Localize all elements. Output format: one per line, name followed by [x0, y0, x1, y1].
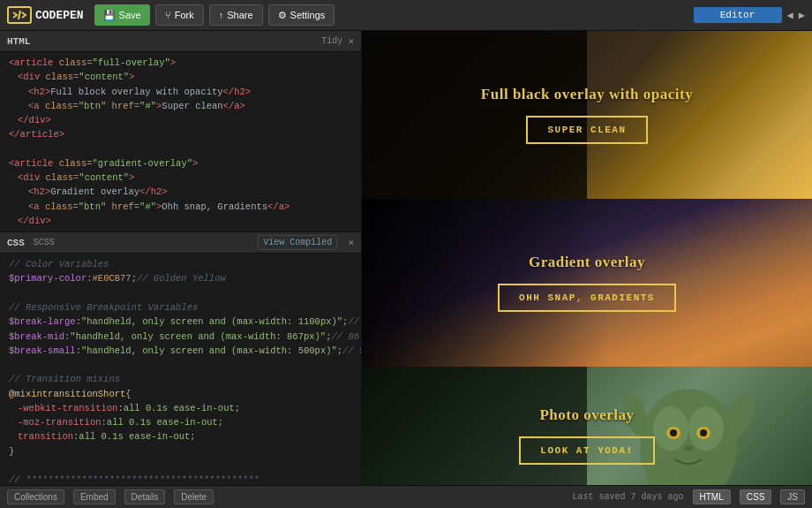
section-1-content: Full black overlay with opacity SUPER CL…	[362, 31, 812, 199]
code-line: <div class="content">	[0, 70, 361, 84]
save-icon: 💾	[103, 10, 116, 21]
code-line: }	[0, 444, 361, 459]
code-line	[0, 358, 361, 372]
code-line: $break-small: "handheld, only screen and…	[0, 344, 361, 358]
code-line: -webkit-transition:all 0.1s ease-in-out;	[0, 401, 361, 415]
code-line: <article class="gradient-overlay">	[0, 156, 361, 171]
left-panel: HTML Tidy ✕ <article class="full-overlay…	[0, 31, 362, 485]
html-lang-button[interactable]: HTML	[693, 489, 731, 504]
html-code-area: <article class="full-overlay"> <div clas…	[0, 52, 361, 231]
code-line	[0, 142, 361, 156]
embed-button[interactable]: Embed	[73, 489, 116, 504]
code-line: transition:all 0.1s ease-in-out;	[0, 429, 361, 444]
svg-line-0	[19, 11, 20, 19]
logo: CODEPEN	[7, 6, 84, 24]
section-3-button[interactable]: LOOK AT YODA!	[519, 436, 654, 465]
code-line: $primary-color: #E0CB77; // Golden Yello…	[0, 271, 361, 285]
css-code-area: // Color Variables $primary-color: #E0CB…	[0, 254, 361, 485]
code-line: <a class="btn" href="#">Super clean</a>	[0, 99, 361, 113]
section-3-content: Photo overlay LOOK AT YODA!	[362, 367, 812, 485]
collections-button[interactable]: Collections	[7, 489, 64, 504]
css-close-button[interactable]: ✕	[348, 237, 354, 248]
fork-icon: ⑂	[165, 10, 171, 20]
html-pane-title: HTML	[7, 36, 30, 47]
section-2-button[interactable]: OHH SNAP, GRADIENTS	[498, 284, 676, 312]
code-line: <article class="full-overlay">	[0, 56, 361, 70]
section-2-title: Gradient overlay	[529, 254, 645, 271]
share-icon: ↑	[219, 10, 224, 20]
topbar: CODEPEN 💾 Save ⑂ Fork ↑ Share ⚙ Settings…	[0, 0, 812, 31]
html-pane: HTML Tidy ✕ <article class="full-overlay…	[0, 31, 361, 232]
code-line	[0, 459, 361, 473]
code-line: </article>	[0, 127, 361, 141]
css-pane-header: CSS SCSS View Compiled ✕	[0, 232, 361, 254]
section-3-title: Photo overlay	[539, 406, 634, 424]
preview-panel: Full black overlay with opacity SUPER CL…	[362, 31, 812, 485]
css-pane-title: CSS	[7, 238, 25, 248]
code-line: $break-large: "handheld, only screen and…	[0, 315, 361, 329]
css-pane: CSS SCSS View Compiled ✕ // Color Variab…	[0, 232, 361, 485]
section-2-content: Gradient overlay OHH SNAP, GRADIENTS	[362, 199, 812, 367]
code-line: -moz-transition:all 0.1s ease-in-out;	[0, 415, 361, 429]
next-arrow[interactable]: ▶	[799, 9, 805, 22]
code-line: // Color Variables	[0, 257, 361, 271]
section-1-title: Full black overlay with opacity	[481, 86, 693, 103]
tidy-button[interactable]: Tidy	[321, 36, 342, 46]
code-line: <h2>Full block overlay with opacity</h2>	[0, 85, 361, 99]
gear-icon: ⚙	[278, 10, 287, 21]
fork-button[interactable]: ⑂ Fork	[155, 4, 204, 26]
preview-section-2: Gradient overlay OHH SNAP, GRADIENTS	[362, 199, 812, 367]
section-1-button[interactable]: SUPER CLEAN	[526, 116, 647, 144]
code-line: <div class="content">	[0, 171, 361, 185]
code-line: </div>	[0, 214, 361, 228]
code-line: @mixin transitionShort{	[0, 387, 361, 401]
save-button[interactable]: 💾 Save	[94, 4, 150, 26]
settings-button[interactable]: ⚙ Settings	[268, 4, 335, 26]
save-status: Last saved 7 days ago	[573, 492, 684, 502]
code-line	[0, 286, 361, 300]
code-line: // Transition mixins	[0, 372, 361, 386]
html-pane-header: HTML Tidy ✕	[0, 31, 361, 52]
details-button[interactable]: Details	[124, 489, 166, 504]
code-line: <h2>Gradient overlay</h2>	[0, 185, 361, 199]
html-close-button[interactable]: ✕	[348, 35, 354, 47]
preview-section-3: Photo overlay LOOK AT YODA!	[362, 367, 812, 485]
share-button[interactable]: ↑ Share	[209, 4, 263, 26]
code-line: // Responsive Breakpoint Variables	[0, 300, 361, 315]
code-line: // *************************************…	[0, 473, 361, 485]
prev-arrow[interactable]: ◀	[787, 9, 793, 22]
preview-section-1: Full black overlay with opacity SUPER CL…	[362, 31, 812, 199]
main-area: HTML Tidy ✕ <article class="full-overlay…	[0, 31, 812, 485]
code-line: $break-mid: "handheld, only screen and (…	[0, 330, 361, 344]
js-lang-button[interactable]: JS	[780, 489, 805, 504]
code-line: </div>	[0, 113, 361, 127]
editor-label: Editor	[694, 7, 782, 23]
view-compiled-button[interactable]: View Compiled	[258, 235, 337, 250]
delete-button[interactable]: Delete	[174, 489, 214, 504]
logo-icon	[7, 6, 32, 24]
scss-badge: SCSS	[34, 238, 55, 247]
bottombar: Collections Embed Details Delete Last sa…	[0, 485, 812, 508]
logo-text: CODEPEN	[35, 9, 84, 22]
css-lang-button[interactable]: CSS	[740, 489, 772, 504]
code-line: <a class="btn" href="#">Ohh snap, Gradie…	[0, 200, 361, 214]
